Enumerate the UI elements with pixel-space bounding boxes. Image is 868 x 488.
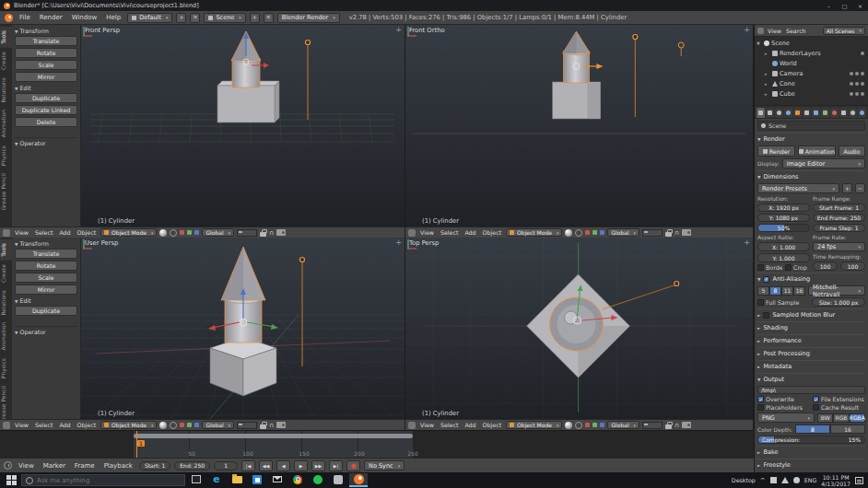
volume-icon[interactable] bbox=[793, 477, 800, 483]
manipulator-rotate-icon[interactable] bbox=[187, 230, 192, 235]
outliner-row-cone[interactable]: ▸ Cone bbox=[757, 78, 866, 88]
next-keyframe-button[interactable]: ▶▶ bbox=[311, 460, 325, 471]
snap-magnet-icon[interactable]: ∩ bbox=[674, 422, 679, 429]
shading-panel-header[interactable]: Shading bbox=[757, 323, 865, 332]
freestyle-panel-header[interactable]: Freestyle bbox=[757, 460, 865, 470]
add-menu[interactable]: Add bbox=[57, 422, 72, 428]
pivot-center-icon[interactable] bbox=[575, 422, 582, 429]
tab-object-data[interactable] bbox=[821, 108, 829, 118]
output-panel-header[interactable]: Output bbox=[757, 375, 865, 384]
translate-button[interactable]: Translate bbox=[15, 249, 77, 259]
sync-dropdown[interactable]: No Sync bbox=[364, 460, 405, 471]
shelf-tab-create[interactable]: Create bbox=[0, 261, 12, 286]
tab-render-layers[interactable] bbox=[766, 108, 774, 118]
tab-constraints[interactable] bbox=[803, 108, 811, 118]
tab-modifiers[interactable] bbox=[812, 108, 820, 118]
tab-scene[interactable] bbox=[775, 108, 783, 118]
view-menu[interactable]: View bbox=[418, 422, 436, 428]
manipulator-scale-icon[interactable] bbox=[194, 230, 199, 235]
layers-widget[interactable] bbox=[237, 422, 257, 429]
timeline-playback-menu[interactable]: Playback bbox=[101, 462, 135, 470]
object-menu[interactable]: Object bbox=[481, 422, 504, 428]
orientation-dropdown[interactable]: Global bbox=[202, 228, 234, 237]
minimize-button[interactable]: – bbox=[821, 0, 837, 11]
gray-app-taskbar-button[interactable] bbox=[329, 473, 347, 487]
render-visibility-icon[interactable] bbox=[861, 72, 864, 76]
render-presets-dropdown[interactable]: Render Presets bbox=[757, 183, 839, 193]
shelf-tab-animation[interactable]: Animation bbox=[0, 319, 12, 354]
hidden-icons-chevron[interactable]: ^ bbox=[760, 477, 766, 484]
translate-button[interactable]: Translate bbox=[15, 36, 77, 46]
resolution-y-field[interactable]: Y: 1080 px bbox=[757, 214, 810, 222]
object-menu[interactable]: Object bbox=[481, 229, 504, 236]
manipulator-rotate-icon[interactable] bbox=[592, 423, 597, 427]
viewport-shading-icon[interactable] bbox=[159, 422, 167, 429]
scene-lock-icon[interactable] bbox=[260, 422, 266, 429]
end-frame-field[interactable]: End: 250 bbox=[174, 461, 210, 471]
play-button[interactable]: ▶ bbox=[294, 460, 308, 471]
timeline-ruler[interactable]: 1 50 100 150 200 250 bbox=[0, 430, 754, 458]
manipulator-translate-icon[interactable] bbox=[585, 230, 590, 235]
view-menu[interactable]: View bbox=[418, 229, 436, 236]
expand-icon[interactable]: ▸ bbox=[765, 91, 770, 97]
layers-widget[interactable] bbox=[237, 229, 257, 237]
manipulator-scale-icon[interactable] bbox=[600, 423, 604, 427]
task-view-button[interactable] bbox=[187, 473, 205, 487]
shelf-tab-physics[interactable]: Physics bbox=[0, 142, 12, 169]
frame-rate-dropdown[interactable]: 24 fps bbox=[813, 242, 865, 251]
operator-panel-header[interactable]: Operator bbox=[15, 326, 77, 335]
shelf-tab-relations[interactable]: Relations bbox=[0, 286, 12, 320]
shelf-tab-create[interactable]: Create bbox=[0, 48, 12, 74]
mirror-button[interactable]: Mirror bbox=[15, 285, 77, 295]
screen-layout-dropdown[interactable]: Default bbox=[127, 13, 172, 23]
scene-lock-icon[interactable] bbox=[260, 229, 266, 237]
current-frame-field[interactable]: 1 bbox=[214, 461, 238, 471]
transform-panel-header[interactable]: Transform bbox=[15, 240, 77, 247]
placeholders-checkbox[interactable]: Placeholders bbox=[757, 404, 810, 411]
mirror-button[interactable]: Mirror bbox=[15, 72, 77, 82]
crop-checkbox[interactable]: Crop bbox=[785, 264, 810, 271]
scene-dropdown[interactable]: Scene bbox=[204, 13, 245, 23]
audio-button[interactable]: Audio bbox=[839, 145, 865, 157]
aa-samples-5[interactable]: 5 bbox=[757, 286, 769, 296]
manipulator-rotate-icon[interactable] bbox=[187, 423, 192, 427]
depth-16[interactable]: 16 bbox=[830, 424, 865, 434]
viewport-shading-icon[interactable] bbox=[159, 229, 167, 237]
sampled-motion-blur-header[interactable]: Sampled Motion Blur bbox=[757, 310, 865, 320]
cache-result-checkbox[interactable]: Cache Result bbox=[813, 404, 865, 411]
green-app-taskbar-button[interactable] bbox=[309, 473, 327, 487]
shelf-tab-relations[interactable]: Relations bbox=[0, 74, 12, 107]
animation-button[interactable]: Animation bbox=[798, 145, 836, 157]
remap-new-field[interactable]: 100 bbox=[840, 261, 865, 271]
duplicate-linked-button[interactable]: Duplicate Linked bbox=[15, 105, 77, 115]
outliner-editor-icon[interactable] bbox=[757, 28, 764, 34]
performance-panel-header[interactable]: Performance bbox=[757, 336, 865, 345]
file-menu[interactable]: File bbox=[17, 14, 33, 21]
outliner-row-renderlayers[interactable]: ▸ RenderLayers bbox=[757, 48, 866, 58]
mode-dropdown[interactable]: Object Mode bbox=[100, 421, 157, 429]
editor-type-icon[interactable] bbox=[408, 422, 416, 429]
outliner-row-cube[interactable]: ▸ Cube bbox=[757, 88, 866, 99]
action-center-icon[interactable] bbox=[855, 477, 863, 484]
tray-app-icon[interactable] bbox=[770, 477, 777, 483]
editor-type-icon[interactable] bbox=[3, 229, 10, 237]
layers-widget[interactable] bbox=[642, 422, 663, 429]
opengl-render-icon[interactable] bbox=[276, 229, 286, 236]
aa-filter-dropdown[interactable]: Mitchell-Netravali bbox=[808, 285, 865, 296]
operator-panel-header[interactable]: Operator bbox=[15, 137, 77, 146]
render-visibility-icon[interactable] bbox=[861, 52, 864, 55]
timeline-marker-menu[interactable]: Marker bbox=[41, 462, 68, 470]
layers-widget[interactable] bbox=[642, 229, 663, 237]
dimensions-panel-header[interactable]: Dimensions bbox=[757, 172, 865, 181]
select-icon[interactable] bbox=[855, 92, 859, 96]
timeline-editor-icon[interactable] bbox=[4, 461, 12, 470]
delete-scene-button[interactable]: ✕ bbox=[264, 13, 274, 23]
tab-material[interactable] bbox=[830, 108, 839, 118]
output-path-field[interactable]: /tmp\ bbox=[757, 386, 865, 394]
mail-taskbar-button[interactable] bbox=[268, 473, 287, 487]
clock[interactable]: 10:11 PM 4/13/2017 bbox=[821, 474, 850, 487]
mode-dropdown[interactable]: Object Mode bbox=[506, 421, 562, 429]
metadata-panel-header[interactable]: Metadata bbox=[757, 362, 865, 371]
mode-dropdown[interactable]: Object Mode bbox=[100, 228, 157, 237]
depth-8[interactable]: 8 bbox=[795, 424, 830, 434]
